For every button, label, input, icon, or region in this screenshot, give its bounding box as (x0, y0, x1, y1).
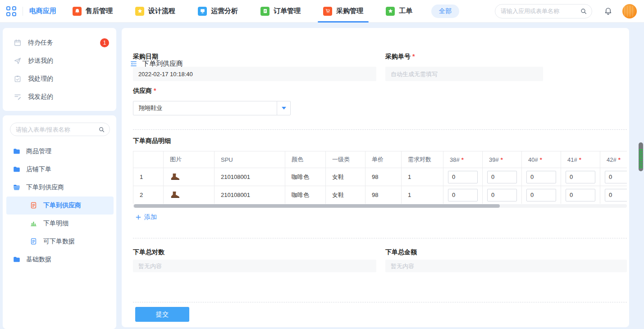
clipboard-check-icon (14, 75, 22, 83)
sidebar-item-cc-to-me[interactable]: 抄送我的 (3, 52, 116, 70)
size-38-input[interactable] (448, 189, 478, 201)
size-38-input[interactable] (448, 171, 478, 183)
section-divider (133, 129, 627, 130)
folder-open-icon (13, 183, 21, 192)
chevron-down-icon (277, 101, 290, 115)
tab-label: 设计流程 (148, 7, 175, 15)
purchase-date-input[interactable] (133, 67, 376, 81)
cell-spu: 210108001 (215, 168, 285, 186)
notifications-bell-icon[interactable] (604, 7, 612, 15)
purchase-no-input (385, 67, 543, 81)
size-39-input[interactable] (487, 171, 517, 183)
bell-app-icon (73, 7, 82, 16)
cart-app-icon (323, 7, 332, 16)
form-page: 下单到供应商 采购日期 采购单号* 供应商* 翔翊鞋业 下单商品明细 图片 SP… (122, 28, 629, 327)
table-row: 2 210108001 咖啡色 女鞋 98 1 (133, 186, 627, 204)
col-size-38: 38#* (443, 151, 483, 168)
tab-label: 售后管理 (86, 7, 113, 15)
apps-grid-icon[interactable] (6, 6, 16, 16)
folder-basic-data[interactable]: 基础数据 (3, 251, 116, 269)
field-label-total-amount: 下单总金额 (385, 248, 417, 256)
footer-divider (133, 302, 627, 302)
task-panel: 待办任务 1 抄送我的 我处理的 我发起的 (3, 28, 116, 111)
all-apps-button[interactable]: 全部 (431, 5, 459, 18)
cell-demand: 1 (402, 186, 443, 204)
tab-after-sales[interactable]: 售后管理 (73, 0, 113, 23)
size-42-input[interactable] (605, 189, 627, 201)
cell-price: 98 (365, 186, 402, 204)
bar-chart-icon (30, 219, 38, 228)
size-41-input[interactable] (566, 171, 595, 183)
field-label-total-pairs: 下单总对数 (133, 248, 164, 256)
total-amount-input (385, 260, 627, 272)
form-item-orderable-data[interactable]: 可下单数据 (6, 233, 114, 251)
document-app-icon (260, 7, 269, 16)
col-category: 一级类 (326, 151, 365, 168)
global-search[interactable] (495, 4, 592, 18)
product-thumbnail[interactable] (170, 191, 214, 199)
tab-design-flow[interactable]: 设计流程 (135, 0, 175, 23)
cell-demand: 1 (402, 168, 443, 186)
folder-icon (13, 256, 21, 264)
table-row: 1 210108001 咖啡色 女鞋 98 1 (133, 168, 627, 186)
form-item-order-to-supplier[interactable]: 下单到供应商 (6, 196, 114, 215)
col-demand: 需求对数 (402, 151, 443, 168)
size-40-input[interactable] (526, 189, 556, 201)
col-size-40: 40#* (522, 151, 561, 168)
supplier-selected-value: 翔翊鞋业 (133, 104, 277, 112)
cell-color: 咖啡色 (285, 168, 326, 186)
row-index: 2 (133, 186, 164, 204)
tab-label: 采购管理 (336, 7, 363, 15)
sidebar-item-todo-tasks[interactable]: 待办任务 1 (3, 34, 116, 52)
sidebar-item-initiated-by-me[interactable]: 我发起的 (3, 88, 116, 106)
field-label-purchase-no: 采购单号* (385, 53, 415, 61)
row-index: 1 (133, 168, 164, 186)
tab-order-management[interactable]: 订单管理 (260, 0, 301, 23)
supplier-select[interactable]: 翔翊鞋业 (133, 101, 291, 115)
task-label: 我处理的 (28, 75, 53, 83)
tab-work-order[interactable]: 工单 (386, 0, 412, 23)
horizontal-scrollbar-track (133, 204, 627, 208)
current-app-name[interactable]: 电商应用 (29, 7, 56, 15)
avatar[interactable] (622, 4, 637, 18)
horizontal-scrollbar[interactable] (134, 204, 500, 208)
form-tree-panel: 商品管理 店铺下单 下单到供应商 下单到供应商 下单明细 可下单数据 基础数 (3, 115, 116, 329)
star-app-icon (135, 7, 144, 16)
add-row-button[interactable]: 添加 (135, 213, 157, 221)
doc-blue-icon (30, 238, 38, 246)
subform-label: 下单商品明细 (133, 137, 171, 145)
global-search-input[interactable] (501, 8, 580, 14)
form-item-order-detail[interactable]: 下单明细 (6, 215, 114, 233)
task-label: 待办任务 (28, 39, 53, 47)
col-spu: SPU (215, 151, 285, 168)
col-size-39: 39#* (483, 151, 522, 168)
tab-procurement-management[interactable]: 采购管理 (323, 0, 363, 23)
topbar: 电商应用 售后管理 设计流程 运营分析 订单管理 采购管理 工单 全部 (0, 0, 644, 23)
tab-label: 运营分析 (211, 7, 238, 15)
task-label: 我发起的 (28, 93, 53, 101)
folder-shop-order[interactable]: 店铺下单 (3, 160, 116, 178)
folder-order-to-supplier[interactable]: 下单到供应商 (3, 178, 116, 196)
form-search[interactable] (10, 123, 110, 136)
search-icon (580, 8, 587, 15)
form-search-input[interactable] (16, 126, 98, 133)
size-42-input[interactable] (605, 171, 627, 183)
folder-product-management[interactable]: 商品管理 (3, 142, 116, 160)
size-41-input[interactable] (566, 189, 595, 201)
folder-icon (13, 147, 21, 155)
total-pairs-input (133, 260, 376, 272)
size-39-input[interactable] (487, 189, 517, 201)
monitor-app-icon (198, 7, 207, 16)
tab-label: 工单 (399, 7, 412, 15)
size-40-input[interactable] (526, 171, 556, 183)
col-image: 图片 (164, 151, 215, 168)
star-app-icon (386, 7, 395, 16)
cell-price: 98 (365, 168, 402, 186)
cell-category: 女鞋 (326, 186, 365, 204)
product-thumbnail[interactable] (170, 173, 214, 181)
tab-operations-analysis[interactable]: 运营分析 (198, 0, 238, 23)
sidebar-item-handled-by-me[interactable]: 我处理的 (3, 70, 116, 88)
submit-button[interactable]: 提交 (135, 307, 189, 322)
vertical-scrollbar[interactable] (639, 142, 643, 171)
folder-icon (13, 165, 21, 174)
